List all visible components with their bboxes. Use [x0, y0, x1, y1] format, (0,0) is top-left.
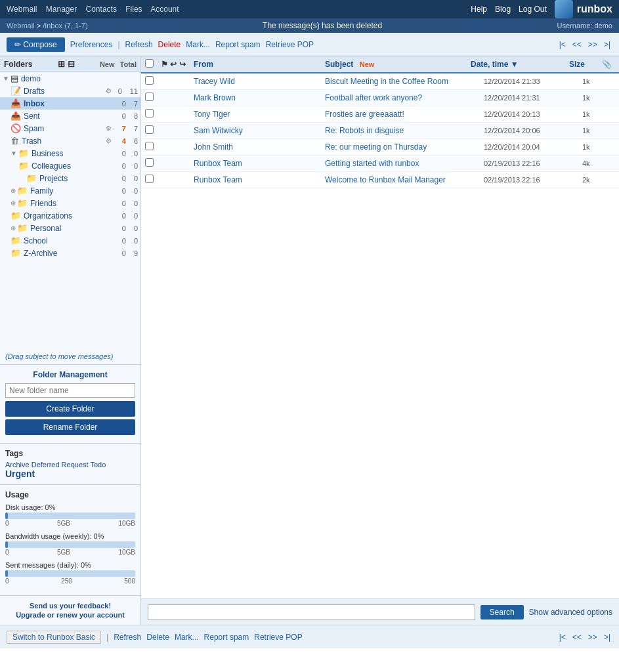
folder-item-family[interactable]: ⊕ 📁 Family 00 — [0, 184, 140, 197]
email-row[interactable]: Runbox Team Getting started with runbox … — [141, 156, 619, 172]
delete-link[interactable]: Delete — [158, 40, 181, 49]
search-button[interactable]: Search — [480, 605, 524, 620]
nav-files[interactable]: Files — [125, 5, 142, 14]
folder-item-projects[interactable]: 📁 Projects 00 — [0, 172, 140, 184]
compose-button[interactable]: ✏ Compose — [7, 37, 65, 52]
search-input[interactable] — [148, 604, 475, 620]
subject-1[interactable]: Biscuit Meeting in the Coffee Room — [325, 77, 484, 86]
expand-icon-personal[interactable]: ⊕ — [11, 224, 16, 232]
email-checkbox-7[interactable] — [145, 175, 154, 183]
bottom-delete-link[interactable]: Delete — [146, 633, 169, 642]
retrieve-pop-link[interactable]: Retrieve POP — [266, 40, 314, 49]
new-folder-input[interactable] — [5, 383, 135, 398]
nav-blog[interactable]: Blog — [495, 5, 511, 14]
tag-request[interactable]: Request — [62, 461, 89, 469]
nav-contacts[interactable]: Contacts — [86, 5, 117, 14]
refresh-link[interactable]: Refresh — [125, 40, 153, 49]
sender-4[interactable]: Sam Witwicky — [194, 126, 325, 135]
folder-gear-spam[interactable]: ⚙ — [106, 125, 112, 132]
preferences-link[interactable]: Preferences — [70, 40, 113, 49]
expand-icon-family[interactable]: ⊕ — [11, 187, 16, 194]
rename-folder-button[interactable]: Rename Folder — [5, 419, 135, 435]
sender-6[interactable]: Runbox Team — [194, 159, 325, 168]
sender-7[interactable]: Runbox Team — [194, 175, 325, 184]
expand-icon-demo[interactable]: ▼ — [3, 75, 9, 82]
subject-3[interactable]: Frosties are greeaaatt! — [325, 110, 484, 119]
mark-link[interactable]: Mark... — [186, 40, 210, 49]
expand-icon-business[interactable]: ▼ — [11, 150, 17, 157]
breadcrumb-webmail[interactable]: Webmail — [7, 22, 35, 30]
folder-item-sent[interactable]: 📤 Sent 08 — [0, 110, 140, 122]
bottom-refresh-link[interactable]: Refresh — [114, 633, 141, 642]
email-row[interactable]: John Smith Re: our meeting on Thursday 1… — [141, 139, 619, 156]
email-checkbox-2[interactable] — [145, 93, 154, 101]
email-checkbox-6[interactable] — [145, 158, 154, 167]
folder-gear-trash[interactable]: ⚙ — [106, 137, 112, 144]
tag-deferred[interactable]: Deferred — [32, 461, 60, 469]
subject-7[interactable]: Welcome to Runbox Mail Manager — [325, 175, 484, 184]
feedback-link2[interactable]: Upgrade or renew your account — [16, 611, 125, 619]
folder-item-drafts[interactable]: 📝 Drafts ⚙ 011 — [0, 85, 140, 97]
folder-item-colleagues[interactable]: 📁 Colleagues 00 — [0, 159, 140, 172]
date-col-header[interactable]: Date, time ▼ — [471, 60, 569, 69]
tag-archive[interactable]: Archive — [5, 461, 30, 469]
sender-1[interactable]: Tracey Wild — [194, 77, 325, 86]
check-all-checkbox[interactable] — [145, 59, 154, 68]
folder-item-business[interactable]: ▼ 📁 Business 00 — [0, 147, 140, 159]
row-check-4[interactable] — [145, 125, 161, 136]
subject-col-header[interactable]: Subject New — [325, 60, 471, 69]
size-col-header[interactable]: Size — [569, 60, 602, 69]
tag-urgent[interactable]: Urgent — [5, 469, 35, 479]
bottom-report-spam-link[interactable]: Report spam — [204, 633, 249, 642]
folder-item-trash[interactable]: 🗑 Trash ⚙ 46 — [0, 135, 140, 147]
folder-item-school[interactable]: 📁 School 00 — [0, 234, 140, 247]
switch-to-basic-link[interactable]: Switch to Runbox Basic — [7, 631, 101, 644]
folder-item-inbox[interactable]: 📥 Inbox 07 — [0, 97, 140, 110]
from-col-header[interactable]: From — [194, 60, 325, 69]
bottom-last-page[interactable]: >| — [602, 632, 612, 642]
subject-4[interactable]: Re: Robots in disguise — [325, 126, 484, 135]
subject-2[interactable]: Football after work anyone? — [325, 93, 484, 102]
nav-help[interactable]: Help — [471, 5, 487, 14]
nav-webmail[interactable]: Webmail — [7, 5, 37, 14]
email-checkbox-3[interactable] — [145, 109, 154, 117]
bottom-first-page[interactable]: |< — [557, 632, 568, 642]
folder-item-demo[interactable]: ▼ ▤ demo — [0, 72, 140, 85]
row-check-2[interactable] — [145, 93, 161, 103]
feedback-link1[interactable]: Send us your feedback! — [30, 602, 111, 610]
folder-gear-drafts[interactable]: ⚙ — [106, 87, 112, 94]
nav-logout[interactable]: Log Out — [519, 5, 547, 14]
email-row[interactable]: Tony Tiger Frosties are greeaaatt! 12/20… — [141, 106, 619, 123]
folder-icon-2[interactable]: ⊟ — [68, 59, 75, 69]
last-page-link[interactable]: >| — [602, 39, 612, 50]
row-check-5[interactable] — [145, 142, 161, 152]
email-checkbox-4[interactable] — [145, 125, 154, 134]
expand-icon-friends[interactable]: ⊕ — [11, 200, 16, 207]
folder-item-organizations[interactable]: 📁 Organizations 00 — [0, 209, 140, 222]
folder-item-z-archive[interactable]: 📁 Z-Archive 09 — [0, 247, 140, 259]
bottom-prev-page[interactable]: << — [570, 632, 584, 642]
sender-5[interactable]: John Smith — [194, 142, 325, 152]
folder-item-personal[interactable]: ⊕ 📁 Personal 00 — [0, 222, 140, 234]
subject-5[interactable]: Re: our meeting on Thursday — [325, 142, 484, 152]
sender-2[interactable]: Mark Brown — [194, 93, 325, 102]
nav-account[interactable]: Account — [150, 5, 179, 14]
email-row[interactable]: Mark Brown Football after work anyone? 1… — [141, 90, 619, 106]
report-spam-link[interactable]: Report spam — [215, 40, 261, 49]
row-check-1[interactable] — [145, 76, 161, 87]
bottom-retrieve-pop-link[interactable]: Retrieve POP — [254, 633, 302, 642]
email-checkbox-1[interactable] — [145, 76, 154, 85]
breadcrumb-inbox[interactable]: /Inbox (7, 1-7) — [43, 22, 87, 30]
folder-item-friends[interactable]: ⊕ 📁 Friends 00 — [0, 197, 140, 209]
bottom-next-page[interactable]: >> — [586, 632, 599, 642]
folder-item-spam[interactable]: 🚫 Spam ⚙ 77 — [0, 122, 140, 135]
tag-todo[interactable]: Todo — [90, 461, 106, 469]
first-page-link[interactable]: |< — [557, 39, 568, 50]
bottom-mark-link[interactable]: Mark... — [175, 633, 199, 642]
email-row[interactable]: Sam Witwicky Re: Robots in disguise 12/2… — [141, 123, 619, 139]
email-checkbox-5[interactable] — [145, 142, 154, 150]
next-page-link[interactable]: >> — [586, 39, 599, 50]
row-check-3[interactable] — [145, 109, 161, 119]
row-check-7[interactable] — [145, 175, 161, 185]
create-folder-button[interactable]: Create Folder — [5, 401, 135, 417]
